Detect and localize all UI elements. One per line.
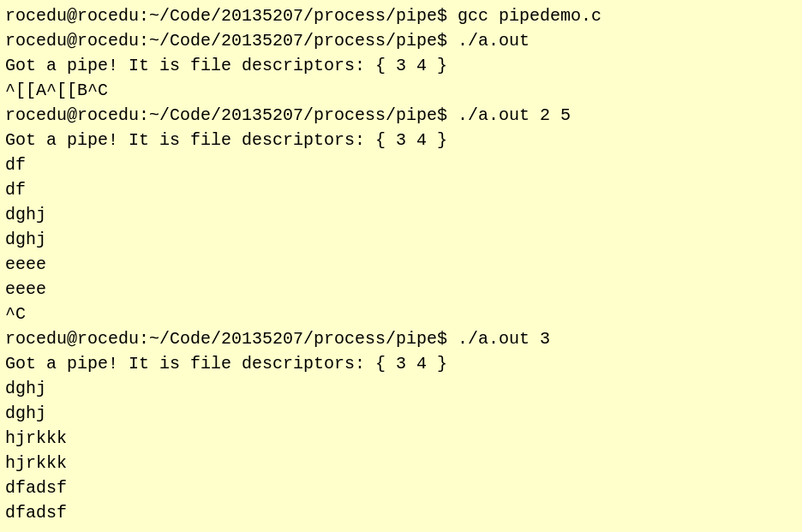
terminal-line-8: dghj bbox=[5, 202, 797, 227]
terminal-line-12: ^C bbox=[5, 302, 797, 326]
terminal-line-10: eeee bbox=[5, 252, 797, 277]
terminal-line-14: Got a pipe! It is file descriptors: { 3 … bbox=[5, 351, 797, 376]
terminal-line-5: Got a pipe! It is file descriptors: { 3 … bbox=[5, 128, 797, 152]
terminal-line-2: Got a pipe! It is file descriptors: { 3 … bbox=[5, 53, 797, 78]
terminal-line-15: dghj bbox=[5, 376, 797, 401]
terminal-line-13: rocedu@rocedu:~/Code/20135207/process/pi… bbox=[5, 326, 797, 351]
terminal-line-16: dghj bbox=[5, 401, 797, 426]
terminal-line-0: rocedu@rocedu:~/Code/20135207/process/pi… bbox=[5, 3, 797, 28]
terminal-line-18: hjrkkk bbox=[5, 451, 797, 475]
terminal-line-7: df bbox=[5, 177, 797, 202]
terminal-line-3: ^[[A^[[B^C bbox=[5, 78, 797, 103]
terminal-line-11: eeee bbox=[5, 277, 797, 302]
terminal-line-20: dfadsf bbox=[5, 500, 797, 525]
terminal-line-6: df bbox=[5, 152, 797, 177]
terminal-output: rocedu@rocedu:~/Code/20135207/process/pi… bbox=[5, 3, 797, 525]
terminal-line-4: rocedu@rocedu:~/Code/20135207/process/pi… bbox=[5, 103, 797, 128]
terminal-line-19: dfadsf bbox=[5, 475, 797, 500]
terminal-line-1: rocedu@rocedu:~/Code/20135207/process/pi… bbox=[5, 28, 797, 53]
terminal-line-9: dghj bbox=[5, 227, 797, 252]
terminal-line-17: hjrkkk bbox=[5, 426, 797, 451]
